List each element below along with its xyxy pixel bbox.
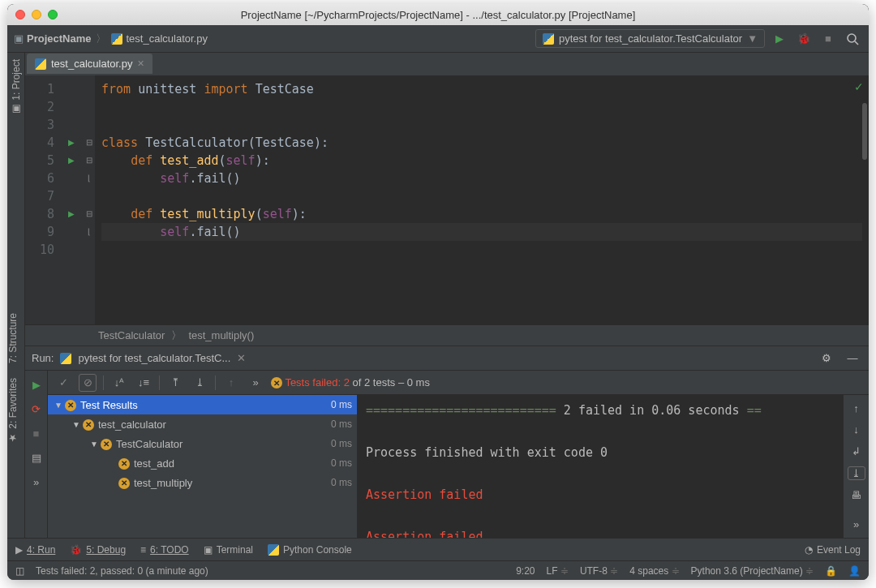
test-failed-icon: ✕ (64, 398, 77, 411)
assertion-failed-line: Assertion failed (366, 484, 835, 505)
scroll-up-icon[interactable]: ↑ (848, 401, 865, 415)
run-panel-body: ▶ ⟳ ■ ▤ » ✓ ⊘ ↓ᴬ ↓≡ (25, 371, 869, 538)
search-icon (845, 32, 860, 46)
debug-tool-tab[interactable]: 🐞5: Debug (70, 544, 126, 556)
file-encoding[interactable]: UTF-8 ≑ (580, 565, 618, 577)
code-breadcrumb-method[interactable]: test_multiply() (188, 329, 254, 341)
run-config-selector[interactable]: pytest for test_calculator.TestCalculato… (535, 29, 765, 48)
breadcrumb: ▣ ProjectName 〉 test_calculator.py (14, 32, 530, 46)
sort-alpha-button[interactable]: ↓ᴬ (110, 374, 128, 392)
project-tab-label: 1: Project (11, 59, 22, 101)
show-passed-button[interactable]: ✓ (54, 374, 72, 392)
prev-failed-button[interactable]: ↑ (222, 374, 240, 392)
layout-button[interactable]: ▤ (28, 449, 45, 466)
python-console-tool-tab[interactable]: Python Console (268, 544, 352, 556)
rerun-button[interactable]: ▶ (28, 376, 45, 393)
print-icon[interactable]: 🖶 (848, 488, 865, 502)
test-node-label: test_add (134, 457, 174, 470)
expand-arrow-icon[interactable]: ▼ (53, 401, 64, 410)
pytest-icon (60, 353, 71, 364)
event-log-button[interactable]: ◔Event Log (805, 544, 861, 556)
scroll-to-end-icon[interactable]: ⤓ (848, 466, 865, 480)
more-icon[interactable]: » (848, 517, 865, 531)
scroll-down-icon[interactable]: ↓ (848, 423, 865, 437)
collapse-all-button[interactable]: ⤓ (191, 374, 208, 392)
rerun-failed-button[interactable]: ⟳ (28, 400, 45, 418)
run-test-add-icon[interactable]: ▶ (68, 152, 75, 170)
code-text[interactable]: from unittest import TestCase class Test… (95, 75, 869, 324)
hector-icon[interactable]: 👤 (848, 565, 861, 577)
close-window-icon[interactable] (15, 10, 25, 19)
expand-arrow-icon[interactable]: ▼ (71, 420, 82, 429)
favorites-tool-tab[interactable]: ★ 2: Favorites (7, 373, 22, 449)
window-controls[interactable] (15, 10, 58, 19)
test-tree[interactable]: ▼✕Test Results0 ms▼✕test_calculator0 ms▼… (48, 395, 358, 538)
soft-wrap-icon[interactable]: ↲ (848, 444, 865, 458)
fold-icon[interactable]: ⊟ (86, 152, 92, 170)
test-tree-row[interactable]: ✕test_multiply0 ms (48, 473, 357, 492)
test-failed-icon: ✕ (118, 476, 131, 489)
debug-button[interactable]: 🐞 (794, 29, 814, 49)
run-test-multiply-icon[interactable]: ▶ (68, 205, 75, 223)
project-tool-tab[interactable]: ▣ 1: Project (9, 54, 24, 120)
run-content: ✓ ⊘ ↓ᴬ ↓≡ ⤒ ⤓ ↑ » ✕ (48, 371, 869, 538)
duration-label: 0 ms (331, 399, 352, 410)
todo-tool-tab[interactable]: ≡6: TODO (140, 544, 189, 556)
python-interpreter[interactable]: Python 3.6 (ProjectName) ≑ (691, 565, 814, 577)
test-toolbar: ✓ ⊘ ↓ᴬ ↓≡ ⤒ ⤓ ↑ » ✕ (48, 371, 869, 395)
test-tree-row[interactable]: ▼✕test_calculator0 ms (48, 414, 357, 434)
python-icon (268, 544, 279, 556)
test-console[interactable]: ========================== 2 failed in 0… (358, 395, 843, 538)
stop-button[interactable]: ■ (818, 29, 838, 49)
run-class-icon[interactable]: ▶ (68, 134, 75, 152)
search-everywhere-button[interactable] (843, 29, 862, 49)
minimize-window-icon[interactable] (32, 10, 41, 19)
run-button[interactable]: ▶ (770, 29, 789, 49)
cursor-position[interactable]: 9:20 (516, 565, 535, 577)
structure-tool-tab[interactable]: 7: Structure (7, 308, 22, 368)
run-panel-label: Run: (32, 352, 54, 364)
test-tree-row[interactable]: ▼✕TestCalculator0 ms (48, 434, 357, 453)
breadcrumb-project-label: ProjectName (27, 32, 91, 45)
settings-icon[interactable]: ⚙ (817, 349, 836, 368)
breadcrumb-project[interactable]: ▣ ProjectName (14, 32, 91, 45)
show-ignored-button[interactable]: ⊘ (79, 374, 97, 392)
python-file-icon (35, 58, 46, 70)
indent-config[interactable]: 4 spaces ≑ (629, 565, 679, 577)
breadcrumb-file[interactable]: test_calculator.py (111, 32, 207, 45)
pytest-icon (543, 33, 554, 45)
minimize-panel-icon[interactable]: — (843, 349, 862, 368)
duration-label: 0 ms (331, 438, 352, 449)
sort-duration-button[interactable]: ↓≡ (135, 374, 152, 392)
fold-icon[interactable]: ⊟ (86, 205, 92, 223)
code-breadcrumb-class[interactable]: TestCalculator (98, 329, 165, 341)
fold-icon[interactable]: ⊟ (86, 134, 92, 152)
code-breadcrumb: TestCalculator 〉 test_multiply() (25, 324, 869, 346)
lock-icon[interactable]: 🔒 (825, 565, 837, 577)
inspection-ok-icon[interactable]: ✓ (854, 80, 864, 93)
editor-tab-test-calculator[interactable]: test_calculator.py ✕ (27, 54, 152, 75)
editor[interactable]: 12345678910 ▶ ▶ ▶ ⊟ ⊟ ⌊ ⊟ ⌊ (25, 75, 869, 324)
structure-tab-label: 7: Structure (7, 313, 19, 363)
maximize-window-icon[interactable] (48, 10, 58, 19)
pin-button[interactable]: » (28, 473, 45, 491)
editor-tabs: test_calculator.py ✕ (25, 53, 869, 75)
test-failed-icon: ✕ (118, 457, 131, 470)
editor-scrollbar[interactable] (862, 103, 867, 160)
test-tree-row[interactable]: ✕test_add0 ms (48, 453, 357, 473)
terminal-tool-tab[interactable]: ▣Terminal (204, 544, 253, 556)
stop-tests-button[interactable]: ■ (28, 424, 45, 442)
close-run-tab-icon[interactable]: ✕ (237, 352, 246, 364)
test-tree-row[interactable]: ▼✕Test Results0 ms (48, 395, 357, 414)
run-tab-label[interactable]: pytest for test_calculator.TestC... (78, 352, 230, 364)
titlebar: ProjectName [~/PycharmProjects/ProjectNa… (7, 4, 869, 25)
more-button[interactable]: » (247, 374, 264, 392)
expand-all-button[interactable]: ⤒ (166, 374, 184, 392)
run-config-label: pytest for test_calculator.TestCalculato… (559, 32, 742, 45)
svg-line-1 (855, 41, 858, 45)
run-tool-tab[interactable]: ▶4: Run (15, 544, 55, 556)
expand-arrow-icon[interactable]: ▼ (88, 440, 100, 449)
line-separator[interactable]: LF ≑ (547, 565, 569, 577)
close-tab-icon[interactable]: ✕ (137, 58, 144, 69)
tool-windows-icon[interactable]: ◫ (15, 565, 24, 577)
